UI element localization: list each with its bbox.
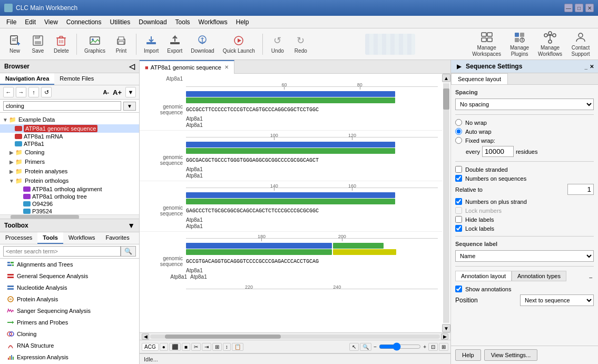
menu-file[interactable]: File	[2, 17, 21, 27]
font-smaller-button[interactable]: A-	[103, 89, 109, 95]
tool-search-button[interactable]: 🔍	[121, 246, 136, 257]
expand-cloning[interactable]: ▶	[8, 149, 15, 155]
menu-connections[interactable]: Connections	[62, 17, 106, 27]
nav-back-button[interactable]: ←	[3, 87, 14, 97]
minimize-button[interactable]: —	[564, 4, 573, 12]
seq-btn-fit[interactable]: ⊡	[428, 343, 438, 351]
seq-btn-9[interactable]: 📋	[232, 343, 243, 351]
tree-node-cloning[interactable]: ▶ 📁 Cloning	[0, 147, 139, 157]
double-stranded-checkbox[interactable]	[455, 166, 462, 173]
seq-btn-8[interactable]: ↕	[223, 343, 231, 351]
tree-node-atp8a1-mrna[interactable]: ▶ ATP8a1 mRNA	[0, 133, 139, 140]
seq-btn-zoom[interactable]: 🔍	[360, 343, 371, 351]
manage-workspaces-button[interactable]: ManageWorkspaces	[469, 29, 504, 60]
new-button[interactable]: New	[4, 32, 25, 56]
menu-tools[interactable]: Tools	[171, 17, 194, 27]
relative-to-input[interactable]	[567, 184, 594, 195]
tool-search-input[interactable]	[3, 246, 121, 257]
expand-protein-orthologs[interactable]: ▼	[8, 178, 15, 184]
toolbox-tab-workflows[interactable]: Workflows	[63, 232, 101, 244]
print-button[interactable]: Print	[111, 32, 132, 56]
nav-up-button[interactable]: ↑	[28, 87, 39, 97]
toolbox-tab-favorites[interactable]: Favorites	[100, 232, 134, 244]
manage-workflows-button[interactable]: ManageWorkflows	[535, 29, 565, 60]
tree-node-primers[interactable]: ▶ 📁 Primers	[0, 157, 139, 166]
tool-item-protein-analysis[interactable]: Protein Analysis	[0, 293, 139, 305]
menu-workflows[interactable]: Workflows	[194, 17, 232, 27]
radio-no-wrap-input[interactable]	[455, 119, 462, 126]
seq-btn-6[interactable]: ⇥	[202, 343, 211, 351]
ann-tabs-collapse[interactable]: _	[587, 271, 594, 281]
filter-button[interactable]: ▼	[125, 87, 136, 97]
tool-item-alignments[interactable]: Alignments and Trees	[0, 259, 139, 270]
menu-view[interactable]: View	[40, 17, 62, 27]
scroll-down-button[interactable]: ▼	[442, 324, 450, 332]
tree-node-atp8a1-genomic[interactable]: ▶ ATP8a1 genomic sequence	[0, 124, 139, 133]
tree-node-atp8a1-ortholog-alignment[interactable]: ▶ ATP8a1 ortholog alignment	[0, 185, 139, 193]
view-settings-button[interactable]: View Settings...	[484, 349, 538, 361]
nav-tab-remote[interactable]: Remote Files	[54, 73, 99, 85]
seq-btn-5[interactable]: ✂	[191, 343, 201, 351]
ann-tab-layout[interactable]: Annotation layout	[455, 271, 512, 281]
scroll-up-button[interactable]: ▲	[442, 74, 450, 82]
lock-labels-checkbox[interactable]	[455, 225, 462, 232]
radio-fixed-wrap-input[interactable]	[455, 137, 462, 144]
tree-node-atp8a1[interactable]: ▶ ATP8a1	[0, 140, 139, 147]
tool-item-primers[interactable]: Primers and Probes	[0, 317, 139, 328]
search-filter-button[interactable]: ▼	[123, 102, 136, 111]
settings-collapse-icon[interactable]: ▶	[455, 63, 463, 70]
menu-download[interactable]: Download	[134, 17, 171, 27]
spacing-select[interactable]: No spacing Small spacing Medium spacing …	[455, 99, 594, 110]
tool-item-expression[interactable]: Expression Analysis	[0, 351, 139, 363]
radio-auto-wrap-input[interactable]	[455, 128, 462, 135]
settings-minimize-icon[interactable]: _	[584, 64, 587, 70]
seq-btn-4[interactable]: ■	[182, 343, 190, 351]
browser-search-input[interactable]	[3, 101, 121, 111]
tree-node-example-data[interactable]: ▼ 📁 Example Data	[0, 115, 139, 124]
numbers-plus-strand-checkbox[interactable]	[455, 198, 462, 205]
undo-button[interactable]: ↺ Undo	[267, 32, 288, 56]
toolbox-tab-processes[interactable]: Processes	[0, 232, 37, 244]
contact-support-button[interactable]: ContactSupport	[567, 29, 594, 60]
nav-tab-navigation[interactable]: Navigation Area	[0, 73, 54, 85]
nav-forward-button[interactable]: →	[16, 87, 26, 97]
menu-edit[interactable]: Edit	[21, 17, 40, 27]
tool-item-cloning[interactable]: Cloning	[0, 328, 139, 340]
doc-tab-close-atp8a1[interactable]: ✕	[224, 64, 229, 70]
help-button[interactable]: Help	[455, 349, 481, 361]
menu-utilities[interactable]: Utilities	[106, 17, 135, 27]
position-select[interactable]: Next to sequence Above sequence Below se…	[520, 294, 594, 306]
tool-item-rna[interactable]: RNA Structure	[0, 340, 139, 351]
tree-scrollbar[interactable]	[0, 214, 139, 219]
browser-collapse-icon[interactable]: ◁	[129, 62, 135, 71]
seq-btn-1[interactable]: ACG	[142, 343, 159, 351]
tree-node-o94296[interactable]: ▶ O94296	[0, 200, 139, 208]
every-input[interactable]	[482, 146, 514, 157]
sequence-label-select[interactable]: Name ID Accession	[455, 250, 594, 262]
quicklaunch-button[interactable]: Quick Launch	[220, 32, 258, 56]
redo-button[interactable]: ↻ Redo	[290, 32, 311, 56]
toolbox-collapse-icon[interactable]: ▼	[128, 221, 135, 230]
menu-help[interactable]: Help	[232, 17, 253, 27]
delete-button[interactable]: Delete	[51, 32, 72, 56]
hide-labels-checkbox[interactable]	[455, 216, 462, 223]
tool-item-sanger[interactable]: Sanger Sequencing Analysis	[0, 305, 139, 317]
manage-plugins-button[interactable]: ManagePlugins	[506, 29, 533, 60]
tree-node-atp8a1-ortholog-tree[interactable]: ▶ ATP8a1 ortholog tree	[0, 193, 139, 200]
numbers-on-sequences-checkbox[interactable]	[455, 175, 462, 182]
tree-node-protein-analyses[interactable]: ▶ 📁 Protein analyses	[0, 166, 139, 176]
nav-refresh-button[interactable]: ↺	[41, 87, 52, 97]
close-button[interactable]: ✕	[585, 4, 594, 12]
h-scroll-right[interactable]: ▶	[441, 333, 448, 340]
show-annotations-checkbox[interactable]	[455, 286, 462, 292]
seq-btn-cursor[interactable]: ↖	[349, 343, 359, 351]
seq-btn-3[interactable]: ⬛	[169, 343, 181, 351]
settings-tab-sequence-layout[interactable]: Sequence layout	[451, 73, 508, 84]
ann-tab-types[interactable]: Annotation types	[512, 271, 566, 281]
seq-btn-7[interactable]: ⊞	[212, 343, 222, 351]
toolbox-tab-tools[interactable]: Tools	[37, 232, 63, 244]
import-button[interactable]: Import	[141, 32, 162, 56]
settings-close-icon[interactable]: ✕	[590, 64, 594, 70]
doc-tab-atp8a1[interactable]: ■ ATP8a1 genomic sequence ✕	[140, 60, 234, 74]
zoom-slider[interactable]	[379, 342, 421, 351]
